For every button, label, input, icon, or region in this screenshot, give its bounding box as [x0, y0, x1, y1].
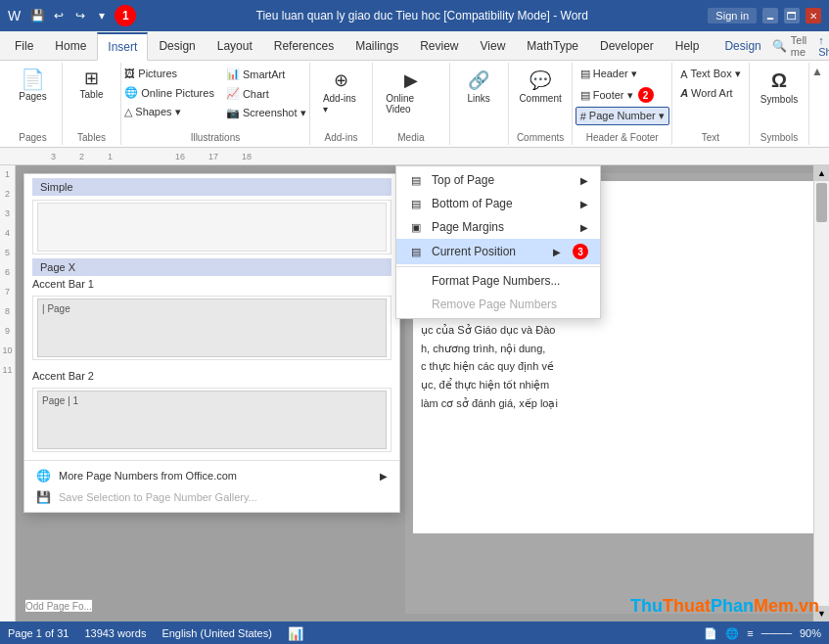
- gallery-item-blank[interactable]: [32, 200, 391, 254]
- footer-icon: ▤: [580, 89, 590, 102]
- menu-item-bottom-of-page[interactable]: ▤ Bottom of Page ▶: [396, 192, 600, 215]
- tab-mathtype[interactable]: MathType: [516, 31, 589, 60]
- symbols-icon: Ω: [771, 69, 787, 92]
- signin-button[interactable]: Sign in: [708, 8, 757, 23]
- links-button[interactable]: 🔗 Links: [459, 65, 498, 109]
- symbols-group-label: Symbols: [760, 130, 798, 143]
- text-box-button[interactable]: A Text Box ▾: [675, 65, 746, 83]
- ribbon-group-header-footer: ▤ Header ▾ ▤ Footer ▾ 2 # Page Number ▾ …: [573, 63, 671, 145]
- tab-file[interactable]: File: [4, 31, 44, 60]
- accent2-content: Page | 1: [37, 391, 387, 449]
- tab-home[interactable]: Home: [44, 31, 97, 60]
- text-box-icon: A: [680, 69, 687, 80]
- tab-design-extra[interactable]: Design: [714, 31, 771, 60]
- minimize-button[interactable]: 🗕: [762, 8, 778, 23]
- language: English (United States): [161, 627, 272, 639]
- screenshot-button[interactable]: 📷 Screenshot ▾: [221, 104, 311, 122]
- titlebar-right-controls: Sign in 🗕 🗖 ✕: [708, 8, 821, 23]
- ribbon-group-media: ▶ Online Video Media: [373, 63, 449, 145]
- gallery-item-accent1[interactable]: | Page: [32, 296, 391, 360]
- share-button[interactable]: ↑ Share: [818, 34, 829, 58]
- gallery-section-accent2: Accent Bar 2 Page | 1: [24, 368, 399, 460]
- view-outline-icon[interactable]: ≡: [747, 627, 753, 639]
- tab-references[interactable]: References: [263, 31, 345, 60]
- addins-button[interactable]: ⊕ Add-ins ▾: [316, 65, 366, 119]
- online-pictures-button[interactable]: 🌐 Online Pictures: [119, 83, 219, 102]
- wordart-button[interactable]: A Word Art: [675, 84, 746, 102]
- watermark-phan: Phan: [711, 596, 754, 616]
- menu-item-format-page-numbers[interactable]: Format Page Numbers...: [396, 269, 600, 293]
- main-area: 1 2 3 4 5 6 7 8 9 10 11 Simple: [0, 165, 829, 621]
- title-bar: W 💾 ↩ ↪ ▾ 1 Tieu luan quan ly giao duc T…: [0, 0, 829, 31]
- close-button[interactable]: ✕: [806, 8, 821, 23]
- tab-layout[interactable]: Layout: [207, 31, 263, 60]
- pages-group-items: 📄 Pages: [12, 65, 53, 130]
- more-page-numbers-button[interactable]: 🌐 More Page Numbers from Office.com ▶: [24, 465, 399, 486]
- footer-button[interactable]: ▤ Footer ▾ 2: [576, 84, 669, 106]
- page-number-button[interactable]: # Page Number ▾: [576, 107, 669, 125]
- tell-me-input[interactable]: Tell me: [791, 34, 807, 58]
- menu-item-page-margins[interactable]: ▣ Page Margins ▶: [396, 215, 600, 239]
- undo-button[interactable]: ↩: [50, 7, 68, 24]
- scroll-thumb[interactable]: [816, 183, 827, 222]
- ribbon-collapse-area: ▲: [809, 63, 825, 145]
- ribbon-tab-bar: File Home Insert Design Layout Reference…: [0, 31, 829, 61]
- collapse-ribbon-button[interactable]: ▲: [811, 65, 823, 78]
- view-web-icon[interactable]: 🌐: [725, 627, 739, 640]
- save-gallery-icon: 💾: [36, 490, 51, 504]
- pictures-icon: 🖼: [124, 68, 135, 79]
- tab-view[interactable]: View: [470, 31, 517, 60]
- tab-help[interactable]: Help: [665, 31, 711, 60]
- wordart-icon: A: [680, 87, 688, 99]
- left-panel: Simple Page X Accent Bar 1: [23, 173, 405, 614]
- online-pictures-icon: 🌐: [124, 86, 138, 99]
- ribbon-group-pages: 📄 Pages Pages: [4, 63, 63, 145]
- tab-developer[interactable]: Developer: [589, 31, 665, 60]
- symbols-button[interactable]: Ω Symbols: [754, 65, 805, 110]
- odd-page-footer: Odd Page Fo...: [25, 599, 92, 612]
- view-print-icon[interactable]: 📄: [704, 627, 717, 640]
- horizontal-ruler: 3 2 1 16 17 18: [0, 148, 829, 165]
- smartart-button[interactable]: 📊 SmartArt: [221, 65, 311, 83]
- tab-design[interactable]: Design: [148, 31, 206, 60]
- text-group-label: Text: [702, 130, 719, 143]
- header-button[interactable]: ▤ Header ▾: [576, 65, 669, 83]
- gallery-item-accent2[interactable]: Page | 1: [32, 388, 391, 452]
- quick-access-toolbar: W 💾 ↩ ↪ ▾ 1: [8, 5, 136, 26]
- chart-button[interactable]: 📈 Chart: [221, 84, 311, 103]
- gallery-scroll-area[interactable]: Simple Page X Accent Bar 1: [24, 174, 399, 460]
- shapes-button[interactable]: △ Shapes ▾: [119, 103, 219, 121]
- vertical-scrollbar[interactable]: ▲ ▼: [813, 165, 829, 621]
- page-number-dropdown-menu: ▤ Top of Page ▶ ▤ Bottom of Page ▶ ▣ Pag…: [395, 165, 601, 319]
- comment-button[interactable]: 💬 Comment: [512, 65, 568, 109]
- bottom-page-icon: ▤: [408, 198, 424, 210]
- save-button[interactable]: 💾: [28, 7, 46, 24]
- media-group-label: Media: [397, 130, 424, 143]
- scroll-up-button[interactable]: ▲: [814, 165, 829, 181]
- redo-button[interactable]: ↪: [71, 7, 89, 24]
- zoom-level: 90%: [800, 627, 821, 639]
- watermark-thu: Thu: [630, 596, 663, 616]
- gallery-section-accent1: Accent Bar 1 | Page: [24, 276, 399, 368]
- tab-insert[interactable]: Insert: [97, 32, 148, 61]
- online-video-button[interactable]: ▶ Online Video: [379, 65, 442, 119]
- table-button[interactable]: ⊞ Table: [72, 65, 112, 105]
- menu-item-top-of-page[interactable]: ▤ Top of Page ▶: [396, 168, 600, 192]
- word-icon: W: [8, 8, 21, 23]
- pages-button[interactable]: 📄 Pages: [12, 65, 53, 107]
- zoom-slider[interactable]: ────: [761, 627, 792, 639]
- illustrations-group-items: 🖼 Pictures 🌐 Online Pictures △ Shapes ▾ …: [119, 65, 310, 130]
- tab-mailings[interactable]: Mailings: [345, 31, 409, 60]
- word-count: 13943 words: [84, 627, 146, 639]
- tab-review[interactable]: Review: [409, 31, 469, 60]
- page-info: Page 1 of 31: [8, 627, 69, 639]
- pictures-button[interactable]: 🖼 Pictures: [119, 65, 219, 82]
- more-arrow-icon: ▶: [380, 471, 388, 482]
- qa-dropdown-button[interactable]: ▾: [93, 7, 111, 24]
- menu-item-current-position[interactable]: ▤ Current Position ▶ 3: [396, 239, 600, 264]
- ribbon-group-tables: ⊞ Table Tables: [63, 63, 121, 145]
- illustrations-group-label: Illustrations: [191, 130, 241, 143]
- maximize-button[interactable]: 🗖: [784, 8, 800, 23]
- smartart-icon: 📊: [226, 68, 240, 80]
- pages-icon: 📄: [21, 69, 45, 89]
